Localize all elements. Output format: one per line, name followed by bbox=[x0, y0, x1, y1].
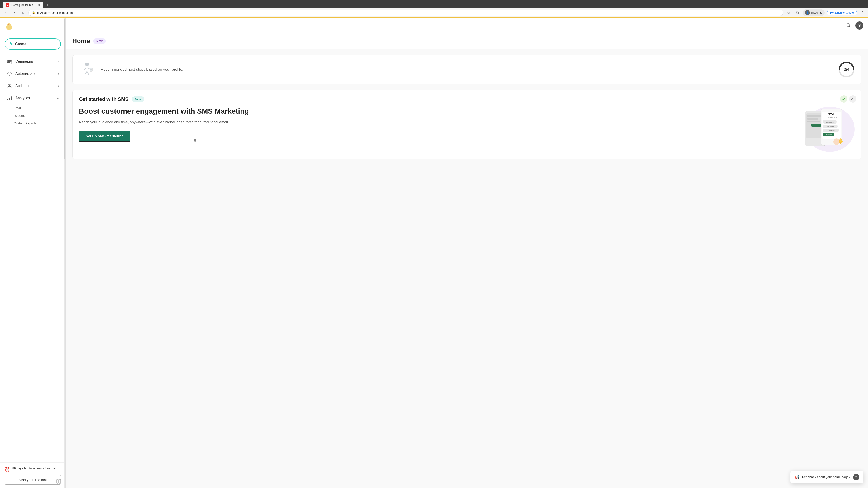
start-trial-button[interactable]: Start your free trial bbox=[4, 475, 61, 485]
sms-headline: Boost customer engagement with SMS Marke… bbox=[79, 107, 771, 116]
automations-icon bbox=[6, 70, 13, 77]
feedback-icon: 📢 bbox=[795, 475, 800, 480]
sidebar-item-automations[interactable]: Automations › bbox=[2, 68, 64, 79]
sms-section: Get started with SMS New Boost customer … bbox=[72, 90, 861, 159]
sms-check-button[interactable] bbox=[840, 95, 847, 103]
browser-nav-bar: ‹ › ↻ 🔒 us21.admin.mailchimp.com ☆ ⧉ 👤 I… bbox=[0, 8, 868, 18]
svg-text:Wednesday, May 6: Wednesday, May 6 bbox=[825, 117, 838, 119]
incognito-initial: 👤 bbox=[805, 10, 809, 15]
help-label: ? bbox=[855, 475, 857, 479]
sidebar-scrollbar-thumb bbox=[64, 18, 65, 159]
sidebar-item-campaigns[interactable]: Campaigns › bbox=[2, 56, 64, 67]
svg-rect-20 bbox=[7, 99, 8, 100]
close-tab-button[interactable]: ✕ bbox=[37, 3, 40, 7]
analytics-sub-reports[interactable]: Reports bbox=[13, 112, 64, 119]
recommendation-illustration bbox=[78, 61, 96, 78]
svg-line-31 bbox=[85, 71, 87, 75]
analytics-label: Analytics bbox=[16, 96, 57, 100]
progress-text: 2/4 bbox=[844, 67, 849, 72]
recommended-text: Recommended next steps based on your pro… bbox=[101, 67, 833, 72]
progress-circle: 2/4 bbox=[837, 61, 856, 78]
sms-collapse-button[interactable] bbox=[849, 95, 857, 103]
back-button[interactable]: ‹ bbox=[3, 9, 9, 16]
svg-point-27 bbox=[85, 63, 89, 66]
search-button[interactable] bbox=[844, 22, 852, 30]
svg-text:first order!: first order! bbox=[826, 134, 832, 135]
svg-rect-45 bbox=[811, 124, 821, 127]
analytics-chevron: ∧ bbox=[57, 96, 59, 100]
create-label: Create bbox=[15, 42, 26, 46]
svg-line-32 bbox=[87, 71, 89, 75]
trial-text: 89 days left to access a free trial. bbox=[12, 466, 56, 470]
refresh-button[interactable]: ↻ bbox=[20, 9, 26, 16]
analytics-submenu: Email Reports Custom Reports bbox=[0, 104, 65, 127]
create-button[interactable]: ✎ Create bbox=[4, 38, 61, 50]
address-bar[interactable]: 🔒 us21.admin.mailchimp.com bbox=[29, 10, 783, 16]
svg-rect-13 bbox=[7, 62, 10, 63]
sms-header: Get started with SMS New bbox=[79, 96, 855, 102]
campaigns-icon bbox=[6, 58, 13, 65]
incognito-label: Incognito bbox=[811, 11, 822, 14]
audience-icon bbox=[6, 83, 13, 89]
browser-chrome: M Home | Mailchimp ✕ + ‹ › ↻ 🔒 us21.admi… bbox=[0, 0, 868, 18]
audience-chevron: › bbox=[58, 84, 59, 88]
svg-rect-43 bbox=[807, 118, 818, 120]
main-content: S Home New bbox=[66, 18, 868, 488]
forward-button[interactable]: › bbox=[11, 9, 18, 16]
bookmark-button[interactable]: ☆ bbox=[785, 9, 792, 16]
svg-point-15 bbox=[11, 62, 11, 63]
browser-menu-button[interactable]: ⋮ bbox=[860, 10, 865, 15]
sms-phone-illustration: 3:51 Wednesday, May 6 Join our text club… bbox=[778, 107, 855, 152]
sidebar-top bbox=[0, 18, 65, 35]
relaunch-button[interactable]: Relaunch to update bbox=[827, 10, 857, 15]
sms-title: Get started with SMS bbox=[79, 96, 129, 102]
audience-label: Audience bbox=[16, 84, 58, 88]
sms-image-column: 3:51 Wednesday, May 6 Join our text club… bbox=[778, 107, 855, 153]
tab-title: Home | Mailchimp bbox=[11, 3, 36, 6]
extensions-button[interactable]: ⧉ bbox=[794, 9, 800, 16]
incognito-badge[interactable]: 👤 Incognito bbox=[803, 9, 825, 16]
url-text: us21.admin.mailchimp.com bbox=[37, 11, 73, 14]
clock-icon: ⏰ bbox=[4, 467, 10, 472]
sidebar: ✎ Create Campaigns › Automations › bbox=[0, 18, 66, 488]
svg-rect-22 bbox=[11, 96, 11, 100]
svg-rect-21 bbox=[9, 98, 10, 100]
svg-text:club and get: club and get bbox=[827, 126, 834, 127]
svg-text:3:51: 3:51 bbox=[828, 112, 835, 116]
svg-point-10 bbox=[8, 24, 9, 25]
sidebar-scrollbar[interactable] bbox=[64, 18, 65, 488]
sidebar-item-audience[interactable]: Audience › bbox=[2, 80, 64, 92]
new-tab-button[interactable]: + bbox=[44, 2, 51, 8]
sms-description: Reach your audience any time, anywhere—w… bbox=[79, 119, 771, 125]
sidebar-item-analytics[interactable]: Analytics ∧ bbox=[2, 92, 64, 104]
svg-point-25 bbox=[847, 24, 849, 26]
active-tab[interactable]: M Home | Mailchimp ✕ bbox=[3, 2, 43, 8]
svg-text:👤: 👤 bbox=[806, 11, 809, 14]
user-avatar[interactable]: S bbox=[855, 22, 864, 30]
sms-content: Boost customer engagement with SMS Marke… bbox=[79, 107, 855, 153]
svg-point-17 bbox=[9, 73, 10, 74]
analytics-icon bbox=[6, 95, 13, 101]
sms-cta-button[interactable]: Set up SMS Marketing bbox=[79, 131, 130, 142]
tab-favicon: M bbox=[6, 3, 9, 7]
svg-rect-11 bbox=[7, 60, 11, 61]
trial-message: to access a free trial. bbox=[29, 466, 56, 470]
svg-rect-42 bbox=[807, 115, 821, 117]
mailchimp-logo-icon bbox=[4, 22, 13, 31]
app-layout: ✎ Create Campaigns › Automations › bbox=[0, 18, 868, 488]
days-left: 89 days left bbox=[12, 466, 29, 470]
svg-point-18 bbox=[8, 85, 10, 86]
analytics-sub-custom-reports[interactable]: Custom Reports bbox=[13, 120, 64, 127]
campaigns-label: Campaigns bbox=[16, 59, 58, 64]
sms-new-badge: New bbox=[132, 96, 145, 102]
sidebar-toggle-button[interactable] bbox=[55, 478, 62, 485]
main-header: Home New bbox=[66, 33, 868, 50]
user-initial: S bbox=[858, 24, 861, 28]
automations-label: Automations bbox=[16, 72, 58, 76]
home-new-badge: New bbox=[93, 38, 106, 44]
main-top-bar: S bbox=[66, 18, 868, 33]
analytics-sub-email[interactable]: Email bbox=[13, 104, 64, 111]
secure-icon: 🔒 bbox=[32, 11, 35, 14]
svg-line-26 bbox=[849, 26, 850, 28]
help-button[interactable]: ? bbox=[853, 474, 860, 480]
